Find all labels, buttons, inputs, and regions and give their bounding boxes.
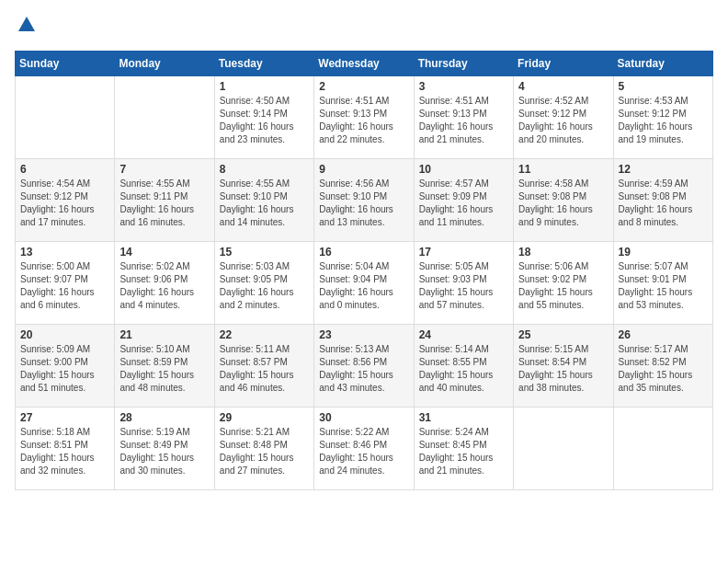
weekday-header-row: SundayMondayTuesdayWednesdayThursdayFrid… [16,52,713,76]
calendar-cell: 25Sunrise: 5:15 AM Sunset: 8:54 PM Dayli… [514,325,613,408]
day-info: Sunrise: 4:52 AM Sunset: 9:12 PM Dayligh… [518,95,608,146]
calendar-cell: 14Sunrise: 5:02 AM Sunset: 9:06 PM Dayli… [115,242,214,325]
day-number: 15 [220,246,309,259]
weekday-header-thursday: Thursday [414,52,513,76]
calendar-cell: 30Sunrise: 5:22 AM Sunset: 8:46 PM Dayli… [314,408,414,490]
day-info: Sunrise: 5:00 AM Sunset: 9:07 PM Dayligh… [20,260,109,312]
day-number: 19 [619,246,708,259]
weekday-header-friday: Friday [514,52,613,76]
day-number: 3 [419,80,508,93]
calendar-cell: 13Sunrise: 5:00 AM Sunset: 9:07 PM Dayli… [16,242,115,325]
day-info: Sunrise: 5:22 AM Sunset: 8:46 PM Dayligh… [319,426,408,477]
weekday-header-sunday: Sunday [16,52,115,76]
day-number: 1 [220,80,309,93]
calendar-cell [16,76,115,159]
header [15,15,713,40]
weekday-header-saturday: Saturday [613,52,712,76]
logo-text [15,15,37,40]
day-info: Sunrise: 4:55 AM Sunset: 9:11 PM Dayligh… [119,178,209,229]
calendar-cell: 15Sunrise: 5:03 AM Sunset: 9:05 PM Dayli… [214,242,313,325]
week-row-2: 13Sunrise: 5:00 AM Sunset: 9:07 PM Dayli… [16,242,713,325]
day-info: Sunrise: 4:58 AM Sunset: 9:08 PM Dayligh… [518,178,608,229]
calendar-cell [514,408,613,490]
weekday-header-wednesday: Wednesday [314,52,414,76]
day-number: 9 [319,163,408,176]
calendar-cell [115,76,214,159]
day-info: Sunrise: 5:18 AM Sunset: 8:51 PM Dayligh… [20,426,109,477]
calendar-cell: 12Sunrise: 4:59 AM Sunset: 9:08 PM Dayli… [613,159,712,242]
day-info: Sunrise: 5:17 AM Sunset: 8:52 PM Dayligh… [619,343,708,395]
day-number: 21 [119,328,209,341]
day-number: 12 [619,163,708,176]
calendar-cell: 9Sunrise: 4:56 AM Sunset: 9:10 PM Daylig… [314,159,414,242]
calendar-cell: 5Sunrise: 4:53 AM Sunset: 9:12 PM Daylig… [613,76,712,159]
day-number: 27 [20,411,109,424]
day-number: 7 [119,163,209,176]
week-row-1: 6Sunrise: 4:54 AM Sunset: 9:12 PM Daylig… [16,159,713,242]
day-info: Sunrise: 4:50 AM Sunset: 9:14 PM Dayligh… [220,95,309,146]
day-number: 26 [619,328,708,341]
day-number: 22 [220,328,309,341]
calendar-cell: 18Sunrise: 5:06 AM Sunset: 9:02 PM Dayli… [514,242,613,325]
day-number: 18 [518,246,608,259]
day-number: 17 [419,246,508,259]
day-number: 28 [119,411,209,424]
calendar-cell: 28Sunrise: 5:19 AM Sunset: 8:49 PM Dayli… [115,408,214,490]
calendar-cell: 1Sunrise: 4:50 AM Sunset: 9:14 PM Daylig… [214,76,313,159]
day-number: 13 [20,246,109,259]
day-info: Sunrise: 5:05 AM Sunset: 9:03 PM Dayligh… [419,260,508,312]
day-info: Sunrise: 5:04 AM Sunset: 9:04 PM Dayligh… [319,260,408,312]
day-info: Sunrise: 5:02 AM Sunset: 9:06 PM Dayligh… [119,260,209,312]
day-info: Sunrise: 5:19 AM Sunset: 8:49 PM Dayligh… [119,426,209,477]
calendar-cell: 7Sunrise: 4:55 AM Sunset: 9:11 PM Daylig… [115,159,214,242]
svg-marker-0 [18,17,35,31]
logo [15,15,37,40]
day-number: 23 [319,328,408,341]
calendar-table: SundayMondayTuesdayWednesdayThursdayFrid… [15,51,713,490]
day-number: 5 [619,80,708,93]
calendar-cell: 3Sunrise: 4:51 AM Sunset: 9:13 PM Daylig… [414,76,513,159]
day-info: Sunrise: 5:21 AM Sunset: 8:48 PM Dayligh… [220,426,309,477]
calendar-cell: 22Sunrise: 5:11 AM Sunset: 8:57 PM Dayli… [214,325,313,408]
day-info: Sunrise: 5:24 AM Sunset: 8:45 PM Dayligh… [419,426,508,477]
day-number: 14 [119,246,209,259]
day-number: 25 [518,328,608,341]
day-number: 8 [220,163,309,176]
day-info: Sunrise: 4:54 AM Sunset: 9:12 PM Dayligh… [20,178,109,229]
calendar-cell: 20Sunrise: 5:09 AM Sunset: 9:00 PM Dayli… [16,325,115,408]
calendar-cell: 21Sunrise: 5:10 AM Sunset: 8:59 PM Dayli… [115,325,214,408]
day-info: Sunrise: 4:53 AM Sunset: 9:12 PM Dayligh… [619,95,708,146]
day-info: Sunrise: 5:11 AM Sunset: 8:57 PM Dayligh… [220,343,309,395]
calendar-cell: 27Sunrise: 5:18 AM Sunset: 8:51 PM Dayli… [16,408,115,490]
day-info: Sunrise: 4:55 AM Sunset: 9:10 PM Dayligh… [220,178,309,229]
day-info: Sunrise: 4:51 AM Sunset: 9:13 PM Dayligh… [419,95,508,146]
day-info: Sunrise: 5:10 AM Sunset: 8:59 PM Dayligh… [119,343,209,395]
day-number: 20 [20,328,109,341]
calendar-cell: 29Sunrise: 5:21 AM Sunset: 8:48 PM Dayli… [214,408,313,490]
calendar-cell: 16Sunrise: 5:04 AM Sunset: 9:04 PM Dayli… [314,242,414,325]
day-info: Sunrise: 5:06 AM Sunset: 9:02 PM Dayligh… [518,260,608,312]
day-info: Sunrise: 5:07 AM Sunset: 9:01 PM Dayligh… [619,260,708,312]
day-info: Sunrise: 4:56 AM Sunset: 9:10 PM Dayligh… [319,178,408,229]
day-info: Sunrise: 5:09 AM Sunset: 9:00 PM Dayligh… [20,343,109,395]
day-number: 24 [419,328,508,341]
day-info: Sunrise: 4:57 AM Sunset: 9:09 PM Dayligh… [419,178,508,229]
day-number: 11 [518,163,608,176]
day-number: 30 [319,411,408,424]
calendar-cell: 10Sunrise: 4:57 AM Sunset: 9:09 PM Dayli… [414,159,513,242]
week-row-3: 20Sunrise: 5:09 AM Sunset: 9:00 PM Dayli… [16,325,713,408]
week-row-4: 27Sunrise: 5:18 AM Sunset: 8:51 PM Dayli… [16,408,713,490]
day-info: Sunrise: 5:15 AM Sunset: 8:54 PM Dayligh… [518,343,608,395]
day-info: Sunrise: 5:14 AM Sunset: 8:55 PM Dayligh… [419,343,508,395]
week-row-0: 1Sunrise: 4:50 AM Sunset: 9:14 PM Daylig… [16,76,713,159]
calendar-cell: 23Sunrise: 5:13 AM Sunset: 8:56 PM Dayli… [314,325,414,408]
calendar-cell: 31Sunrise: 5:24 AM Sunset: 8:45 PM Dayli… [414,408,513,490]
weekday-header-tuesday: Tuesday [214,52,313,76]
day-number: 29 [220,411,309,424]
calendar-cell: 24Sunrise: 5:14 AM Sunset: 8:55 PM Dayli… [414,325,513,408]
calendar-cell: 8Sunrise: 4:55 AM Sunset: 9:10 PM Daylig… [214,159,313,242]
logo-icon [17,15,37,35]
day-info: Sunrise: 4:51 AM Sunset: 9:13 PM Dayligh… [319,95,408,146]
day-number: 10 [419,163,508,176]
day-number: 2 [319,80,408,93]
